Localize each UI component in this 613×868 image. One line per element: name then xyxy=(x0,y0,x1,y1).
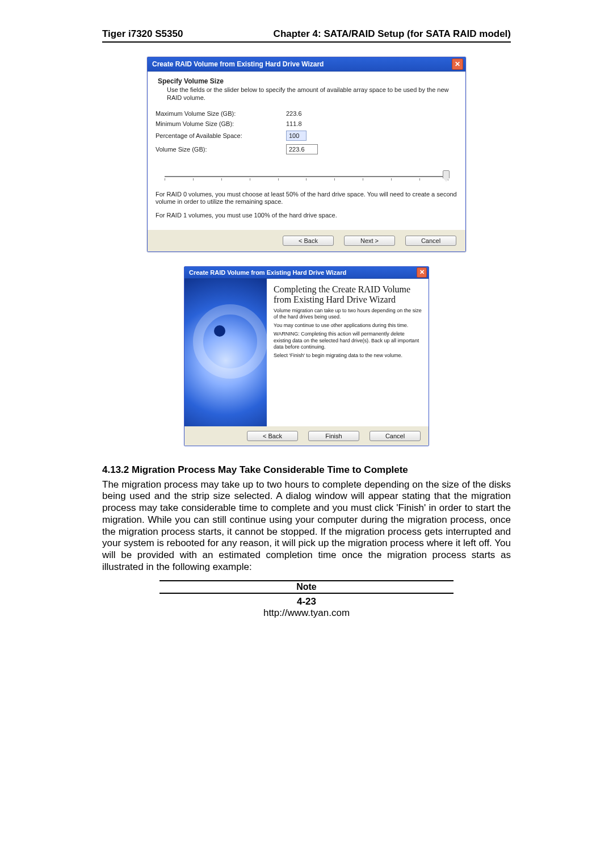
dialog-completing-wizard: Create RAID Volume from Existing Hard Dr… xyxy=(184,266,429,446)
volume-size-label: Volume Size (GB): xyxy=(156,146,286,153)
dialog1-note-raid1: For RAID 1 volumes, you must use 100% of… xyxy=(156,212,457,220)
header-right: Chapter 4: SATA/RAID Setup (for SATA RAI… xyxy=(274,28,511,40)
dialog2-heading: Completing the Create RAID Volume from E… xyxy=(274,284,422,305)
dialog2-p3: WARNING: Completing this action will per… xyxy=(274,331,422,350)
min-volume-value: 111.8 xyxy=(286,120,302,127)
dialog1-title: Create RAID Volume from Existing Hard Dr… xyxy=(152,60,324,68)
cancel-button[interactable]: Cancel xyxy=(405,236,456,246)
header-left: Tiger i7320 S5350 xyxy=(102,28,183,40)
dialog2-title: Create RAID Volume from Existing Hard Dr… xyxy=(189,269,346,276)
footer-url: http://www.tyan.com xyxy=(102,607,511,619)
percentage-input[interactable]: 100 xyxy=(286,131,306,141)
cancel-button[interactable]: Cancel xyxy=(370,431,421,441)
note-divider: Note xyxy=(159,580,454,594)
min-volume-label: Minimum Volume Size (GB): xyxy=(156,120,286,127)
dialog-specify-volume-size: Create RAID Volume from Existing Hard Dr… xyxy=(147,57,466,252)
max-volume-label: Maximum Volume Size (GB): xyxy=(156,110,286,117)
section-heading: 4.13.2 Migration Process May Take Consid… xyxy=(102,464,511,476)
dialog1-subdesc: Use the fields or the slider below to sp… xyxy=(167,86,457,102)
volume-size-input[interactable]: 223.6 xyxy=(286,144,318,154)
dialog2-p2: You may continue to use other applicatio… xyxy=(274,322,422,329)
finish-button[interactable]: Finish xyxy=(308,431,359,441)
dialog1-note-raid0: For RAID 0 volumes, you must choose at l… xyxy=(156,191,457,207)
section-paragraph: The migration process may take up to two… xyxy=(102,479,511,573)
back-button[interactable]: < Back xyxy=(247,431,298,441)
back-button[interactable]: < Back xyxy=(283,236,334,246)
dialog1-subheader: Specify Volume Size xyxy=(158,77,457,85)
wizard-side-image xyxy=(184,279,267,426)
max-volume-value: 223.6 xyxy=(286,110,302,117)
next-button[interactable]: Next > xyxy=(344,236,395,246)
volume-size-slider[interactable] xyxy=(159,168,454,185)
percentage-label: Percentage of Available Space: xyxy=(156,132,286,139)
close-icon[interactable]: ✕ xyxy=(452,58,463,70)
dialog2-p1: Volume migration can take up to two hour… xyxy=(274,308,422,321)
dialog2-p4: Select 'Finish' to begin migrating data … xyxy=(274,353,422,359)
close-icon[interactable]: ✕ xyxy=(417,267,427,278)
page-number: 4-23 xyxy=(102,596,511,607)
